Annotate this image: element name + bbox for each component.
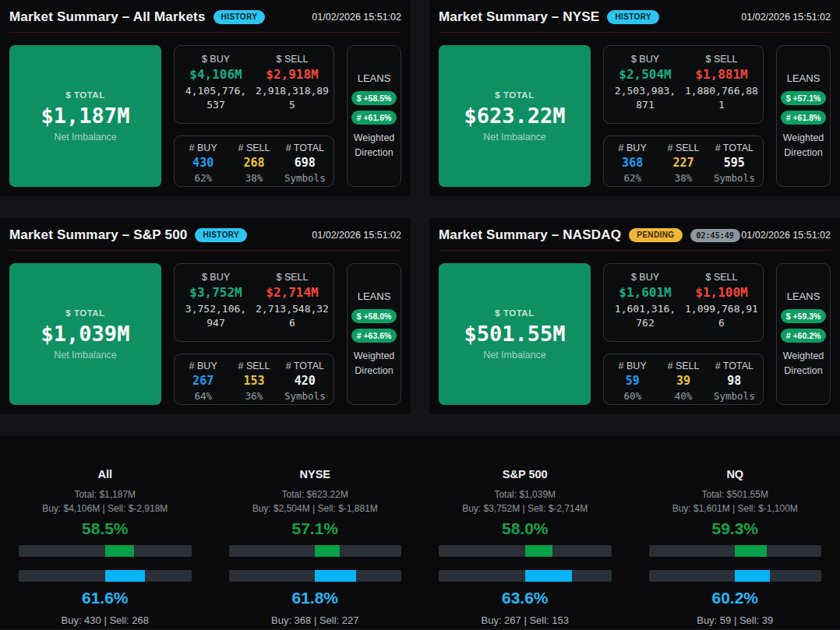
net-imbalance-label: Net Imbalance bbox=[54, 350, 117, 361]
status-badge-history: HISTORY bbox=[214, 10, 266, 24]
dollar-buy-raw: 1,601,316, 762 bbox=[615, 302, 676, 330]
count-sell-pct: 36% bbox=[245, 390, 263, 402]
card-header-left: Market Summary – NASDAQ PENDING 02:45:49 bbox=[439, 227, 740, 243]
timestamp: 01/02/2026 15:51:02 bbox=[312, 230, 401, 241]
count-lean-bar-fill bbox=[525, 570, 572, 582]
dollar-lean-bar-fill bbox=[735, 545, 767, 557]
dollar-sell-raw: 1,880,766,88 1 bbox=[685, 84, 758, 112]
dollar-sell-label: $ SELL bbox=[705, 272, 737, 283]
count-total-cell: # TOTAL 420 Symbols bbox=[280, 361, 330, 402]
dollar-lean-bar bbox=[229, 545, 402, 557]
count-sell-value: 153 bbox=[243, 374, 264, 388]
card-header-left: Market Summary – NYSE HISTORY bbox=[439, 9, 659, 25]
market-comparison-summary: All Total: $1,187M Buy: $4,106M | Sell: … bbox=[0, 436, 840, 628]
summary-column-nyse: NYSE Total: $623.22M Buy: $2,504M | Sell… bbox=[210, 468, 421, 628]
total-label: $ TOTAL bbox=[65, 308, 104, 318]
count-total-label: # TOTAL bbox=[715, 143, 754, 153]
symbol-count-panel: # BUY 368 62% # SELL 227 38% # TOTAL 595… bbox=[603, 136, 764, 187]
count-buy-cell: # BUY 267 64% bbox=[178, 361, 228, 402]
dollar-lean-percent: 58.0% bbox=[439, 519, 612, 538]
weighted-direction-label: Weighted Direction bbox=[349, 131, 399, 159]
total-label: $ TOTAL bbox=[495, 308, 534, 318]
summary-total: Total: $1,187M bbox=[19, 489, 192, 500]
total-value: $623.22M bbox=[464, 104, 565, 128]
card-title: Market Summary – S&P 500 bbox=[9, 227, 187, 243]
dollar-lean-bar-fill bbox=[105, 545, 135, 557]
count-buy-value: 430 bbox=[192, 156, 214, 170]
leans-panel: LEANS $ +59.3% # +60.2% Weighted Directi… bbox=[776, 263, 831, 405]
net-imbalance-box: $ TOTAL $501.55M Net Imbalance bbox=[439, 263, 591, 405]
count-total-label: # TOTAL bbox=[286, 143, 324, 153]
dollar-sell-value: $2,714M bbox=[266, 285, 318, 300]
card-body: $ TOTAL $1,187M Net Imbalance $ BUY $4,1… bbox=[9, 45, 401, 187]
count-lean-bar bbox=[19, 570, 192, 582]
symbol-count-panel: # BUY 430 62% # SELL 268 38% # TOTAL 698… bbox=[174, 136, 334, 187]
total-value: $1,187M bbox=[41, 104, 130, 128]
middle-column: $ BUY $1,601M 1,601,316, 762 $ SELL $1,1… bbox=[603, 263, 764, 405]
summary-total: Total: $1,039M bbox=[439, 489, 612, 500]
count-sell-label: # SELL bbox=[667, 143, 699, 153]
net-imbalance-box: $ TOTAL $623.22M Net Imbalance bbox=[439, 45, 591, 187]
count-sell-label: # SELL bbox=[667, 361, 699, 371]
dollar-buy-value: $2,504M bbox=[619, 67, 671, 82]
count-total-label: # TOTAL bbox=[286, 361, 324, 371]
card-header-left: Market Summary – All Markets HISTORY bbox=[9, 9, 265, 25]
dollar-buy-cell: $ BUY $3,752M 3,752,106, 947 bbox=[178, 272, 254, 336]
net-imbalance-label: Net Imbalance bbox=[54, 132, 117, 143]
count-total-cell: # TOTAL 595 Symbols bbox=[709, 143, 760, 184]
summary-total: Total: $501.55M bbox=[649, 489, 822, 500]
dollar-sell-value: $1,100M bbox=[695, 285, 747, 300]
count-lean-bar bbox=[439, 570, 612, 582]
dollar-sell-raw: 2,713,548,32 6 bbox=[256, 302, 329, 330]
dollar-sell-raw: 2,918,318,89 5 bbox=[256, 84, 329, 112]
count-total-sub: Symbols bbox=[714, 172, 755, 184]
count-total-value: 98 bbox=[727, 374, 741, 388]
summary-total: Total: $623.22M bbox=[229, 489, 402, 500]
dollar-sell-cell: $ SELL $2,918M 2,918,318,89 5 bbox=[254, 54, 330, 118]
count-buy-pct: 64% bbox=[194, 390, 212, 402]
timestamp: 01/02/2026 15:51:02 bbox=[741, 12, 831, 23]
count-sell-value: 227 bbox=[672, 156, 694, 170]
count-lean-bar-fill bbox=[315, 570, 355, 582]
weighted-direction-label: Weighted Direction bbox=[778, 131, 828, 159]
dollar-sell-cell: $ SELL $1,881M 1,880,766,88 1 bbox=[683, 54, 760, 118]
dollar-buy-value: $3,752M bbox=[189, 285, 242, 300]
card-body: $ TOTAL $501.55M Net Imbalance $ BUY $1,… bbox=[439, 263, 831, 405]
count-buy-pct: 62% bbox=[623, 172, 641, 184]
count-lean-bar bbox=[229, 570, 402, 582]
leans-panel: LEANS $ +58.0% # +63.6% Weighted Directi… bbox=[347, 263, 401, 405]
count-buy-label: # BUY bbox=[189, 143, 217, 153]
count-lean-percent: 60.2% bbox=[649, 589, 822, 607]
weighted-direction-label: Weighted Direction bbox=[778, 349, 828, 377]
market-cards-grid: Market Summary – All Markets HISTORY 01/… bbox=[0, 0, 840, 414]
middle-column: $ BUY $3,752M 3,752,106, 947 $ SELL $2,7… bbox=[174, 263, 334, 405]
total-value: $501.55M bbox=[464, 322, 565, 346]
card-title: Market Summary – All Markets bbox=[9, 9, 206, 25]
dollar-sell-raw: 1,099,768,91 6 bbox=[685, 302, 758, 330]
dollar-lean-bar bbox=[439, 545, 612, 557]
status-badge-history: HISTORY bbox=[607, 10, 659, 24]
count-total-cell: # TOTAL 698 Symbols bbox=[280, 143, 330, 184]
card-body: $ TOTAL $1,039M Net Imbalance $ BUY $3,7… bbox=[9, 263, 401, 405]
count-lean-pill: # +63.6% bbox=[351, 329, 397, 343]
dollar-flow-panel: $ BUY $1,601M 1,601,316, 762 $ SELL $1,1… bbox=[603, 263, 764, 342]
dollar-sell-value: $2,918M bbox=[266, 67, 318, 82]
dollar-buy-value: $1,601M bbox=[619, 285, 671, 300]
count-sell-label: # SELL bbox=[238, 361, 270, 371]
dollar-lean-bar bbox=[19, 545, 192, 557]
dollar-lean-percent: 58.5% bbox=[19, 519, 192, 538]
count-lean-percent: 61.6% bbox=[19, 589, 192, 607]
count-buy-value: 267 bbox=[192, 374, 214, 388]
net-imbalance-box: $ TOTAL $1,187M Net Imbalance bbox=[9, 45, 161, 187]
count-sell-pct: 40% bbox=[675, 390, 693, 402]
count-sell-value: 268 bbox=[243, 156, 264, 170]
card-header: Market Summary – All Markets HISTORY 01/… bbox=[9, 0, 401, 33]
summary-market-name: S&P 500 bbox=[439, 468, 612, 480]
dollar-buy-cell: $ BUY $2,504M 2,503,983, 871 bbox=[607, 54, 683, 118]
summary-market-name: All bbox=[19, 468, 192, 480]
count-sell-pct: 38% bbox=[245, 172, 263, 184]
leans-label: LEANS bbox=[787, 290, 821, 302]
dollar-buy-raw: 3,752,106, 947 bbox=[185, 302, 246, 330]
count-lean-pill: # +60.2% bbox=[781, 329, 827, 343]
leans-label: LEANS bbox=[358, 72, 391, 84]
